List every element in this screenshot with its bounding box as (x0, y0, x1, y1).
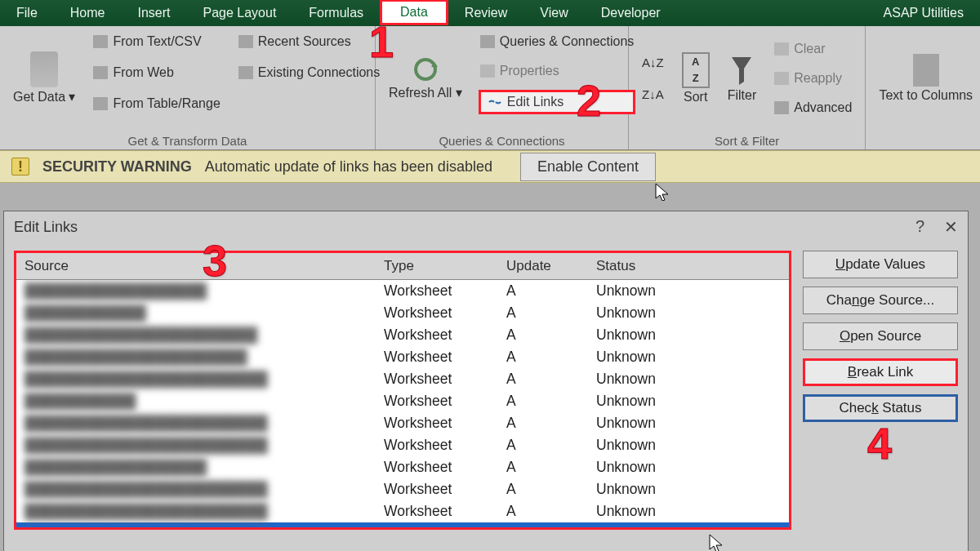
get-data-label: Get Data ▾ (13, 89, 75, 104)
from-web-button[interactable]: From Web (91, 62, 221, 83)
security-title: SECURITY WARNING (42, 158, 192, 176)
clear-button[interactable]: Clear (773, 38, 853, 60)
links-grid[interactable]: Source Type Update Status ██████████████… (14, 251, 791, 530)
recent-sources-button[interactable]: Recent Sources (237, 31, 381, 52)
edit-links-button[interactable]: Edit Links (479, 90, 636, 114)
menu-home[interactable]: Home (54, 1, 122, 25)
col-source[interactable]: Source (16, 253, 376, 279)
annotation-3: 3 (203, 235, 227, 286)
ribbon: Get Data ▾ From Text/CSV From Web From T… (0, 26, 980, 150)
refresh-all-button[interactable]: Refresh All ▾ (387, 31, 464, 125)
col-status[interactable]: Status (588, 253, 789, 279)
annotation-4: 4 (867, 418, 892, 469)
group-sortfilter-label: Sort & Filter (640, 131, 853, 148)
texttocolumns-icon (913, 54, 939, 87)
reapply-button[interactable]: Reapply (773, 68, 853, 89)
annotation-2: 2 (577, 75, 601, 126)
properties-icon (480, 64, 495, 78)
update-values-button[interactable]: Update Values (803, 251, 958, 278)
filter-button[interactable]: Filter (726, 31, 759, 125)
sort-desc-button[interactable]: Z↓A (640, 84, 666, 104)
get-data-button[interactable]: Get Data ▾ (11, 31, 77, 125)
dialog-close-button[interactable]: ✕ (944, 217, 958, 237)
table-row[interactable]: ████████████████████████WorksheetAUnknow… (16, 500, 789, 522)
table-row[interactable]: ████████████████████████WorksheetAUnknow… (16, 412, 789, 434)
existingconn-icon (238, 66, 253, 79)
menu-pagelayout[interactable]: Page Layout (186, 1, 292, 25)
queries-connections-button[interactable]: Queries & Connections (479, 31, 636, 52)
enable-content-button[interactable]: Enable Content (520, 153, 656, 181)
cursor-icon (655, 183, 670, 201)
dialog-title: Edit Links (14, 219, 78, 236)
sort-button[interactable]: AZ Sort (680, 31, 711, 125)
text-to-columns-button[interactable]: Text to Columns (877, 31, 974, 125)
open-source-button[interactable]: Open Source (803, 322, 958, 350)
menu-view[interactable]: View (523, 1, 584, 25)
change-source-button[interactable]: Change Source... (803, 287, 958, 314)
menu-developer[interactable]: Developer (585, 1, 677, 25)
table-row[interactable]: ██████████████████████WorksheetAUnknown (16, 346, 789, 368)
from-textcsv-button[interactable]: From Text/CSV (91, 31, 221, 52)
sort-desc-icon: Z↓A (642, 87, 664, 101)
sort-asc-button[interactable]: A↓Z (640, 52, 666, 73)
table-row[interactable]: ███████████WorksheetAUnknown (16, 390, 789, 412)
security-msg: Automatic update of links has been disab… (205, 158, 492, 176)
col-type[interactable]: Type (376, 253, 498, 279)
menu-asap[interactable]: ASAP Utilities (867, 1, 980, 25)
queries-icon (480, 35, 495, 48)
refresh-icon (412, 56, 439, 83)
col-update[interactable]: Update (498, 253, 588, 279)
grid-header: Source Type Update Status (16, 253, 789, 280)
menu-formulas[interactable]: Formulas (292, 1, 380, 25)
security-warning-bar: ! SECURITY WARNING Automatic update of l… (0, 150, 980, 183)
web-icon (93, 66, 108, 79)
cursor-icon (709, 534, 724, 551)
clear-icon (774, 42, 789, 56)
funnel-icon (728, 54, 755, 87)
annotation-1: 1 (369, 16, 394, 67)
table-row[interactable]: ██████████████████WorksheetAUnknown (16, 456, 789, 478)
dialog-buttons: Update Values Change Source... Open Sour… (803, 251, 958, 530)
table-row[interactable]: ████████████████████████WorksheetAUnknow… (16, 478, 789, 500)
group-queries-label: Queries & Connections (387, 131, 617, 148)
dialog-help-button[interactable]: ? (915, 217, 924, 237)
reapply-icon (774, 72, 789, 85)
advanced-button[interactable]: Advanced (773, 97, 853, 118)
from-table-button[interactable]: From Table/Range (91, 93, 221, 114)
table-row[interactable]: ████████████████████████WorksheetAUnknow… (16, 434, 789, 456)
textcsv-icon (93, 35, 108, 48)
table-row[interactable]: ████████████WorksheetAUnknown (16, 302, 789, 324)
properties-button[interactable]: Properties (479, 60, 636, 82)
existing-connections-button[interactable]: Existing Connections (237, 62, 381, 83)
recent-icon (238, 35, 253, 48)
table-icon (93, 97, 108, 110)
menu-insert[interactable]: Insert (121, 1, 186, 25)
link-icon (488, 96, 502, 108)
table-row[interactable]: ███████████████████████WorksheetAUnknown (16, 324, 789, 346)
group-transform-label: Get & Transform Data (11, 131, 363, 148)
edit-links-dialog: Edit Links ? ✕ Source Type Update Status… (3, 211, 969, 551)
menu-review[interactable]: Review (448, 1, 523, 25)
svg-point-0 (416, 60, 435, 79)
table-row[interactable]: 17.06.2018 .xlsxWorksheetAUnknown (16, 522, 789, 527)
table-row[interactable]: ██████████████████WorksheetAUnknown (16, 280, 789, 302)
break-link-button[interactable]: Break Link (803, 358, 958, 386)
advanced-icon (774, 101, 789, 114)
sort-asc-icon: A↓Z (642, 56, 664, 69)
menu-file[interactable]: File (0, 1, 54, 25)
table-row[interactable]: ████████████████████████WorksheetAUnknow… (16, 368, 789, 390)
menu-bar: File Home Insert Page Layout Formulas Da… (0, 0, 980, 26)
database-icon (30, 51, 58, 87)
shield-icon: ! (11, 158, 29, 176)
sort-icon: AZ (682, 52, 710, 88)
